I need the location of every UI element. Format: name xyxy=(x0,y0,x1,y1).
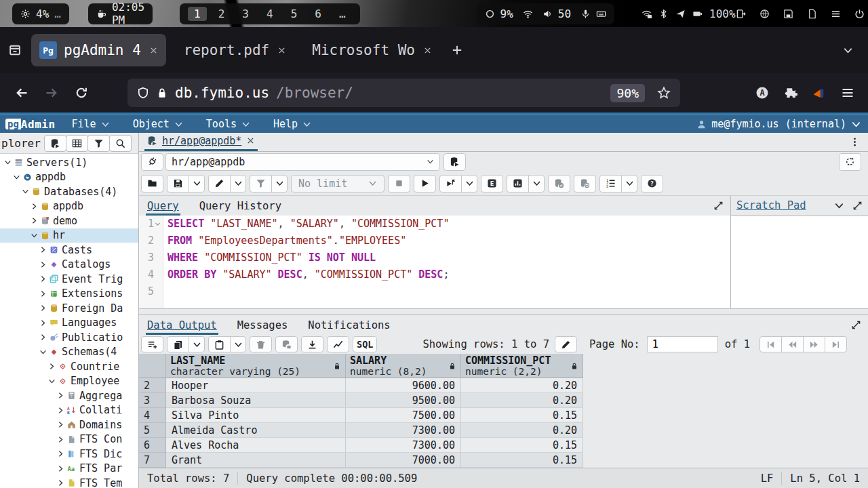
add-row-button[interactable] xyxy=(141,336,163,352)
menu-help[interactable]: Help xyxy=(273,118,311,130)
cell[interactable]: 9500.00 xyxy=(346,393,461,408)
tree-chevron-icon[interactable] xyxy=(38,348,48,356)
column-header-commission_pct[interactable]: COMMISSION_PCTnumeric (2,2) xyxy=(461,354,583,378)
table-row[interactable]: 3Barbosa Souza9500.000.20 xyxy=(139,393,868,408)
tab-messages[interactable]: Messages xyxy=(236,317,290,335)
sql-editor[interactable]: 12345 SELECT "LAST_NAME", "SALARY", "COM… xyxy=(139,216,730,308)
filter-button[interactable] xyxy=(87,135,110,152)
tree-item-employee[interactable]: Employee xyxy=(0,374,138,389)
exit-icon[interactable] xyxy=(736,9,746,19)
tab-close-icon[interactable] xyxy=(277,46,286,55)
pencil-options-button[interactable] xyxy=(230,175,246,192)
tree-chevron-icon[interactable] xyxy=(47,363,57,370)
menu-tools[interactable]: Tools xyxy=(206,118,250,130)
row-number[interactable]: 5 xyxy=(139,423,166,438)
account-menu[interactable]: me@fymio.us (internal) xyxy=(696,118,861,130)
close-icon[interactable] xyxy=(246,136,255,145)
tree-item-collati[interactable]: ABCollati xyxy=(0,403,138,418)
disk-icon[interactable] xyxy=(783,9,793,19)
browser-tab[interactable]: PgpgAdmin 4 xyxy=(31,34,166,66)
tab-data-output[interactable]: Data Output xyxy=(146,317,218,335)
cell[interactable]: 9600.00 xyxy=(346,378,461,393)
row-number[interactable]: 7 xyxy=(139,453,166,468)
cell[interactable]: 0.15 xyxy=(461,453,583,468)
play-button[interactable] xyxy=(414,175,436,192)
cell[interactable]: Barbosa Souza xyxy=(166,393,346,408)
cell[interactable]: 7300.00 xyxy=(346,438,461,453)
clock[interactable]: 02:05 PM xyxy=(88,3,153,24)
menu-icon[interactable] xyxy=(831,9,841,19)
sql-button[interactable]: SQL xyxy=(353,336,377,352)
cell[interactable]: Alves Rocha xyxy=(166,438,346,453)
tree-chevron-icon[interactable] xyxy=(12,174,22,181)
save-options-button[interactable] xyxy=(189,175,205,192)
workspace-5[interactable]: 5 xyxy=(285,7,304,21)
tree-item-catalogs[interactable]: Catalogs xyxy=(0,258,138,272)
tree-chevron-icon[interactable] xyxy=(56,392,66,399)
connection-status-button[interactable] xyxy=(141,153,163,171)
row-number[interactable]: 4 xyxy=(139,408,166,423)
tree-item-schemas-4[interactable]: Schemas(4 xyxy=(0,345,138,360)
stop-button[interactable] xyxy=(388,175,410,192)
menu-object[interactable]: Object xyxy=(133,118,183,130)
analyze-options-button[interactable] xyxy=(528,175,545,192)
save-button[interactable] xyxy=(167,175,189,192)
macro-list-button[interactable]: 123 xyxy=(599,175,622,192)
play-flag-options-button[interactable] xyxy=(461,175,477,192)
trash-button[interactable] xyxy=(250,336,272,352)
browser-tab[interactable]: Microsoft Wo xyxy=(304,34,440,66)
workspace-2[interactable]: 2 xyxy=(212,7,231,21)
cell[interactable]: 0.20 xyxy=(461,378,583,393)
tree-chevron-icon[interactable] xyxy=(20,188,31,195)
refresh-layout-button[interactable] xyxy=(839,153,861,171)
paste-button[interactable] xyxy=(208,336,231,352)
search-button[interactable] xyxy=(109,135,132,152)
tree-chevron-icon[interactable] xyxy=(56,421,66,428)
menu-file[interactable]: File xyxy=(72,118,110,130)
tray-left[interactable]: 9% 50 xyxy=(477,3,615,24)
tree-chevron-icon[interactable] xyxy=(56,465,66,472)
page-next-button[interactable] xyxy=(803,336,825,352)
cell[interactable]: 0.20 xyxy=(461,393,583,408)
tree-item-hr[interactable]: hr xyxy=(0,228,138,243)
tree-item-appdb[interactable]: appdb xyxy=(0,170,138,185)
column-header-last_name[interactable]: LAST_NAMEcharacter varying (25) xyxy=(166,354,346,378)
tree-item-servers-1-[interactable]: Servers(1) xyxy=(0,155,138,170)
tree-item-aggrega[interactable]: Aggrega xyxy=(0,388,138,403)
app-menu-icon[interactable] xyxy=(841,86,854,100)
table-row[interactable]: 7Grant7000.000.15 xyxy=(139,453,868,468)
table-row[interactable]: 5Almeida Castro7300.000.20 xyxy=(139,423,868,438)
workspace-6[interactable]: 6 xyxy=(309,7,328,21)
line-chart-button[interactable] xyxy=(327,336,349,352)
tree-chevron-icon[interactable] xyxy=(56,479,66,487)
cell[interactable]: 7000.00 xyxy=(346,453,461,468)
bookmark-star-icon[interactable] xyxy=(657,86,671,100)
commit-db-button[interactable] xyxy=(548,175,570,192)
fold-chevron-icon[interactable] xyxy=(155,216,161,232)
table-row[interactable]: 2Hooper9600.000.20 xyxy=(139,378,868,393)
browser-tab[interactable]: report.pdf xyxy=(176,34,294,66)
workspace-3[interactable]: 3 xyxy=(236,7,255,21)
tab-query-history[interactable]: Query History xyxy=(198,197,283,216)
query-tool-tab[interactable]: hr/app@appdb* xyxy=(144,133,258,151)
tree-item-fts-tem[interactable]: FTS Tem xyxy=(0,476,138,488)
cell[interactable]: Almeida Castro xyxy=(166,423,346,438)
scratch-pad-title[interactable]: Scratch Pad xyxy=(736,199,806,211)
macro-list-options-button[interactable] xyxy=(621,175,637,192)
tree-chevron-icon[interactable] xyxy=(29,217,39,224)
chevron-down-icon[interactable] xyxy=(834,201,844,211)
tree-chevron-icon[interactable] xyxy=(56,407,66,414)
pencil-button[interactable] xyxy=(208,175,231,192)
tree-chevron-icon[interactable] xyxy=(38,304,48,312)
back-icon[interactable] xyxy=(15,86,28,100)
tray-right[interactable] xyxy=(736,9,865,19)
workspace-1[interactable]: 1 xyxy=(188,7,207,21)
table-row[interactable]: 6Alves Rocha7300.000.15 xyxy=(139,438,868,453)
cell[interactable]: Silva Pinto xyxy=(166,408,346,423)
tab-notifications[interactable]: Notifications xyxy=(307,317,391,335)
tree-item-foreign-da[interactable]: Foreign Da xyxy=(0,301,138,316)
tree-item-casts[interactable]: Casts xyxy=(0,243,138,258)
tree-chevron-icon[interactable] xyxy=(47,378,57,385)
query-tool-button[interactable] xyxy=(44,135,66,152)
globe-icon[interactable] xyxy=(760,9,770,19)
